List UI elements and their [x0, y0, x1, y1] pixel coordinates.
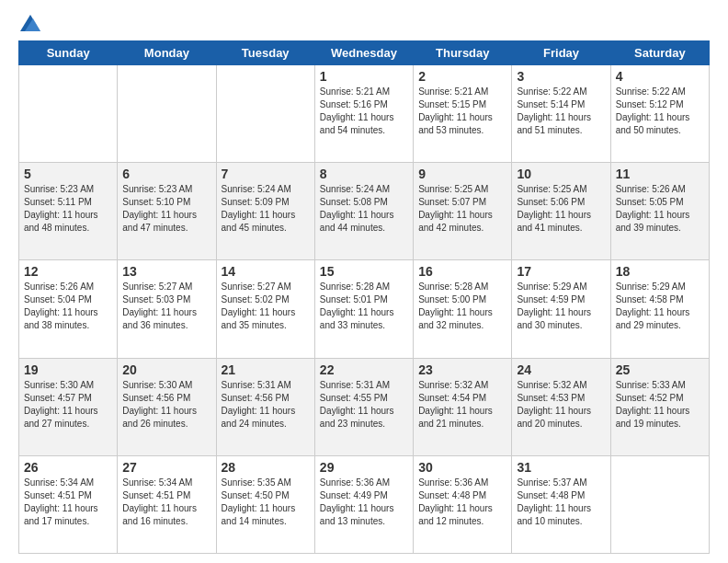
day-info: Sunrise: 5:32 AMSunset: 4:54 PMDaylight:… — [418, 379, 506, 431]
day-number: 28 — [222, 460, 310, 475]
day-number: 11 — [616, 167, 704, 181]
calendar-cell: 7Sunrise: 5:24 AMSunset: 5:09 PMDaylight… — [216, 163, 314, 260]
day-number: 2 — [418, 69, 506, 84]
calendar-table: SundayMondayTuesdayWednesdayThursdayFrid… — [18, 40, 710, 554]
day-number: 21 — [222, 362, 310, 377]
calendar-cell: 8Sunrise: 5:24 AMSunset: 5:08 PMDaylight… — [314, 163, 413, 260]
calendar-day-header: Sunday — [19, 41, 118, 65]
day-number: 23 — [418, 362, 506, 377]
calendar-cell: 20Sunrise: 5:30 AMSunset: 4:56 PMDayligh… — [118, 358, 216, 455]
calendar-cell: 13Sunrise: 5:27 AMSunset: 5:03 PMDayligh… — [118, 260, 216, 358]
calendar-cell: 24Sunrise: 5:32 AMSunset: 4:53 PMDayligh… — [512, 358, 610, 455]
day-number: 8 — [320, 167, 408, 181]
day-number: 4 — [616, 69, 704, 84]
calendar-cell: 28Sunrise: 5:35 AMSunset: 4:50 PMDayligh… — [216, 455, 314, 553]
calendar-day-header: Wednesday — [314, 41, 413, 65]
day-number: 25 — [616, 362, 704, 377]
calendar-week-row: 5Sunrise: 5:23 AMSunset: 5:11 PMDaylight… — [19, 163, 710, 260]
calendar-cell: 3Sunrise: 5:22 AMSunset: 5:14 PMDaylight… — [512, 65, 610, 163]
day-number: 5 — [24, 167, 112, 181]
day-info: Sunrise: 5:21 AMSunset: 5:15 PMDaylight:… — [418, 86, 506, 137]
day-number: 26 — [24, 460, 112, 475]
day-info: Sunrise: 5:25 AMSunset: 5:06 PMDaylight:… — [517, 183, 605, 235]
day-info: Sunrise: 5:33 AMSunset: 4:52 PMDaylight:… — [616, 379, 704, 431]
day-info: Sunrise: 5:34 AMSunset: 4:51 PMDaylight:… — [122, 477, 210, 528]
calendar-cell: 17Sunrise: 5:29 AMSunset: 4:59 PMDayligh… — [512, 260, 610, 358]
day-number: 7 — [222, 167, 310, 181]
calendar-cell: 6Sunrise: 5:23 AMSunset: 5:10 PMDaylight… — [118, 163, 216, 260]
day-number: 6 — [122, 167, 210, 181]
day-number: 17 — [517, 264, 605, 279]
calendar-cell: 22Sunrise: 5:31 AMSunset: 4:55 PMDayligh… — [314, 358, 413, 455]
calendar-day-header: Thursday — [414, 41, 512, 65]
day-number: 24 — [517, 362, 605, 377]
day-number: 27 — [122, 460, 210, 475]
calendar-cell: 9Sunrise: 5:25 AMSunset: 5:07 PMDaylight… — [414, 163, 512, 260]
calendar-day-header: Tuesday — [216, 41, 314, 65]
day-info: Sunrise: 5:26 AMSunset: 5:05 PMDaylight:… — [616, 183, 704, 235]
logo-icon — [20, 15, 40, 31]
day-info: Sunrise: 5:36 AMSunset: 4:48 PMDaylight:… — [418, 477, 506, 528]
calendar-week-row: 1Sunrise: 5:21 AMSunset: 5:16 PMDaylight… — [19, 65, 710, 163]
day-info: Sunrise: 5:34 AMSunset: 4:51 PMDaylight:… — [24, 477, 112, 528]
day-info: Sunrise: 5:26 AMSunset: 5:04 PMDaylight:… — [24, 281, 112, 332]
calendar-cell: 4Sunrise: 5:22 AMSunset: 5:12 PMDaylight… — [610, 65, 709, 163]
day-info: Sunrise: 5:24 AMSunset: 5:09 PMDaylight:… — [222, 183, 310, 235]
calendar-cell: 30Sunrise: 5:36 AMSunset: 4:48 PMDayligh… — [414, 455, 512, 553]
day-info: Sunrise: 5:25 AMSunset: 5:07 PMDaylight:… — [418, 183, 506, 235]
day-number: 20 — [122, 362, 210, 377]
day-info: Sunrise: 5:24 AMSunset: 5:08 PMDaylight:… — [320, 183, 408, 235]
day-info: Sunrise: 5:32 AMSunset: 4:53 PMDaylight:… — [517, 379, 605, 431]
calendar-week-row: 19Sunrise: 5:30 AMSunset: 4:57 PMDayligh… — [19, 358, 710, 455]
header — [18, 15, 710, 31]
day-info: Sunrise: 5:23 AMSunset: 5:11 PMDaylight:… — [24, 183, 112, 235]
day-number: 22 — [320, 362, 408, 377]
day-info: Sunrise: 5:27 AMSunset: 5:03 PMDaylight:… — [122, 281, 210, 332]
calendar-header-row: SundayMondayTuesdayWednesdayThursdayFrid… — [19, 41, 710, 65]
day-info: Sunrise: 5:29 AMSunset: 4:59 PMDaylight:… — [517, 281, 605, 332]
day-number: 18 — [616, 264, 704, 279]
calendar-week-row: 12Sunrise: 5:26 AMSunset: 5:04 PMDayligh… — [19, 260, 710, 358]
day-number: 12 — [24, 264, 112, 279]
calendar-cell — [118, 65, 216, 163]
calendar-cell: 31Sunrise: 5:37 AMSunset: 4:48 PMDayligh… — [512, 455, 610, 553]
calendar-cell: 12Sunrise: 5:26 AMSunset: 5:04 PMDayligh… — [19, 260, 118, 358]
calendar-cell: 26Sunrise: 5:34 AMSunset: 4:51 PMDayligh… — [19, 455, 118, 553]
calendar-cell: 15Sunrise: 5:28 AMSunset: 5:01 PMDayligh… — [314, 260, 413, 358]
day-number: 1 — [320, 69, 408, 84]
calendar-cell: 19Sunrise: 5:30 AMSunset: 4:57 PMDayligh… — [19, 358, 118, 455]
day-number: 30 — [418, 460, 506, 475]
calendar-cell: 11Sunrise: 5:26 AMSunset: 5:05 PMDayligh… — [610, 163, 709, 260]
day-info: Sunrise: 5:29 AMSunset: 4:58 PMDaylight:… — [616, 281, 704, 332]
day-info: Sunrise: 5:31 AMSunset: 4:55 PMDaylight:… — [320, 379, 408, 431]
calendar-cell — [19, 65, 118, 163]
day-number: 13 — [122, 264, 210, 279]
calendar-cell: 27Sunrise: 5:34 AMSunset: 4:51 PMDayligh… — [118, 455, 216, 553]
calendar-cell: 23Sunrise: 5:32 AMSunset: 4:54 PMDayligh… — [414, 358, 512, 455]
day-info: Sunrise: 5:21 AMSunset: 5:16 PMDaylight:… — [320, 86, 408, 137]
calendar-cell: 5Sunrise: 5:23 AMSunset: 5:11 PMDaylight… — [19, 163, 118, 260]
day-number: 9 — [418, 167, 506, 181]
calendar-cell — [216, 65, 314, 163]
day-number: 29 — [320, 460, 408, 475]
day-info: Sunrise: 5:23 AMSunset: 5:10 PMDaylight:… — [122, 183, 210, 235]
day-number: 10 — [517, 167, 605, 181]
logo — [18, 15, 40, 31]
day-number: 15 — [320, 264, 408, 279]
calendar-day-header: Saturday — [610, 41, 709, 65]
day-info: Sunrise: 5:35 AMSunset: 4:50 PMDaylight:… — [222, 477, 310, 528]
day-info: Sunrise: 5:30 AMSunset: 4:57 PMDaylight:… — [24, 379, 112, 431]
calendar-cell: 10Sunrise: 5:25 AMSunset: 5:06 PMDayligh… — [512, 163, 610, 260]
day-number: 19 — [24, 362, 112, 377]
calendar-cell: 14Sunrise: 5:27 AMSunset: 5:02 PMDayligh… — [216, 260, 314, 358]
day-info: Sunrise: 5:27 AMSunset: 5:02 PMDaylight:… — [222, 281, 310, 332]
day-info: Sunrise: 5:28 AMSunset: 5:01 PMDaylight:… — [320, 281, 408, 332]
calendar-day-header: Friday — [512, 41, 610, 65]
day-number: 31 — [517, 460, 605, 475]
day-info: Sunrise: 5:36 AMSunset: 4:49 PMDaylight:… — [320, 477, 408, 528]
day-info: Sunrise: 5:31 AMSunset: 4:56 PMDaylight:… — [222, 379, 310, 431]
calendar-cell: 18Sunrise: 5:29 AMSunset: 4:58 PMDayligh… — [610, 260, 709, 358]
day-number: 16 — [418, 264, 506, 279]
calendar-day-header: Monday — [118, 41, 216, 65]
calendar-cell — [610, 455, 709, 553]
